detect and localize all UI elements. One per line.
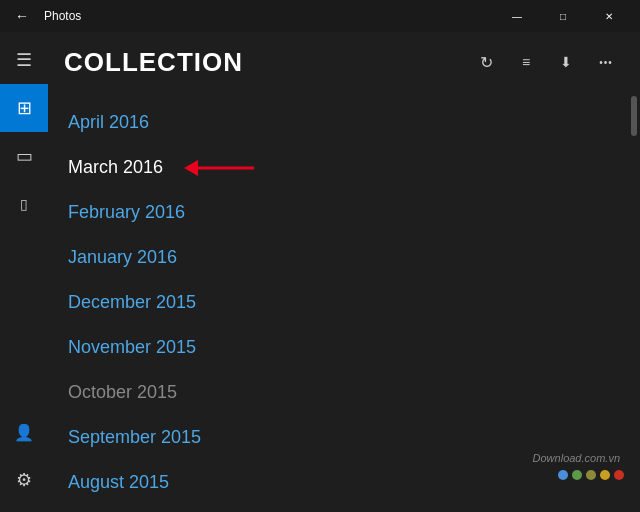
collection-icon: ⊞ [17,97,32,119]
list-item[interactable]: March 2016 [64,145,628,190]
more-icon: ••• [599,57,613,68]
month-label: January 2016 [68,247,177,268]
scrollbar[interactable] [628,92,640,512]
month-label: April 2016 [68,112,149,133]
red-arrow-annotation [184,153,264,183]
list-icon: ≡ [522,54,530,70]
page-title: COLLECTION [64,47,243,78]
title-bar-controls: — □ ✕ [494,0,632,32]
month-label: February 2016 [68,202,185,223]
list-view-button[interactable]: ≡ [508,44,544,80]
import-button[interactable]: ⬇ [548,44,584,80]
hamburger-icon: ☰ [16,49,32,71]
list-item[interactable]: April 2016 [64,100,628,145]
list-item[interactable]: February 2016 [64,190,628,235]
list-item[interactable]: November 2015 [64,325,628,370]
refresh-button[interactable]: ↻ [468,44,504,80]
list-item[interactable]: August 2015 [64,460,628,505]
header-actions: ↻ ≡ ⬇ ••• [468,44,624,80]
main-panel: COLLECTION ↻ ≡ ⬇ ••• April [48,32,640,512]
title-bar-left: ← Photos [8,2,81,30]
list-item[interactable]: January 2016 [64,235,628,280]
scrollbar-thumb[interactable] [631,96,637,136]
single-icon: ▯ [20,196,28,212]
sidebar-item-single[interactable]: ▯ [0,180,48,228]
sidebar: ☰ ⊞ ▭ ▯ 👤 ⚙ [0,32,48,512]
sidebar-item-settings[interactable]: ⚙ [0,456,48,504]
minimize-button[interactable]: — [494,0,540,32]
more-button[interactable]: ••• [588,44,624,80]
sidebar-item-albums[interactable]: ▭ [0,132,48,180]
refresh-icon: ↻ [480,53,493,72]
import-icon: ⬇ [560,54,572,70]
list-item[interactable]: September 2015 [64,415,628,460]
app-name: Photos [44,9,81,23]
person-icon: 👤 [14,423,34,442]
back-button[interactable]: ← [8,2,36,30]
sidebar-item-person[interactable]: 👤 [0,408,48,456]
month-list: April 2016 March 2016 February 2016 [48,92,628,512]
sidebar-menu-button[interactable]: ☰ [0,36,48,84]
list-item[interactable]: October 2015 [64,370,628,415]
maximize-button[interactable]: □ [540,0,586,32]
app-body: ☰ ⊞ ▭ ▯ 👤 ⚙ COLLECTION ↻ [0,32,640,512]
sidebar-bottom: 👤 ⚙ [0,408,48,512]
month-label: December 2015 [68,292,196,313]
svg-marker-1 [184,160,198,176]
sidebar-item-collection[interactable]: ⊞ [0,84,48,132]
month-label: August 2015 [68,472,169,493]
settings-icon: ⚙ [16,469,32,491]
content-wrapper: April 2016 March 2016 February 2016 [48,92,640,512]
list-item[interactable]: December 2015 [64,280,628,325]
month-label: November 2015 [68,337,196,358]
close-button[interactable]: ✕ [586,0,632,32]
month-label: March 2016 [68,157,163,178]
header: COLLECTION ↻ ≡ ⬇ ••• [48,32,640,92]
month-label: September 2015 [68,427,201,448]
month-label: October 2015 [68,382,177,403]
albums-icon: ▭ [16,145,33,167]
title-bar: ← Photos — □ ✕ [0,0,640,32]
